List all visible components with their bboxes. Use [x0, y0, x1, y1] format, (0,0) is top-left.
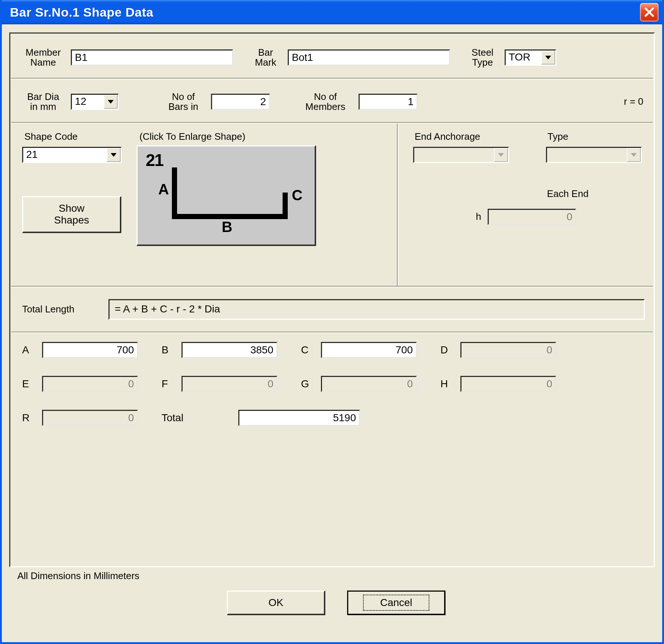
label-no-of-members: No of Members	[296, 92, 355, 112]
row-total-length: Total Length = A + B + C - r - 2 * Dia	[11, 287, 653, 332]
shape-code-combo[interactable]: 21	[22, 147, 122, 163]
shape-preview-button[interactable]: 21 A B C	[136, 145, 316, 246]
shape-leg-c: C	[292, 187, 302, 204]
shape-code-value: 21	[23, 148, 107, 162]
show-shapes-button[interactable]: Show Shapes	[22, 196, 121, 232]
label-bar-mark: Bar Mark	[247, 48, 284, 68]
chevron-down-icon	[111, 153, 117, 157]
label-R: R	[22, 412, 37, 424]
bar-dia-dropdown-button[interactable]	[104, 95, 118, 109]
row-shape-anchorage: Shape Code 21 Show Shapes (Click To Enla…	[11, 124, 653, 286]
label-G: G	[301, 378, 316, 390]
label-member-name: Member Name	[19, 48, 67, 68]
chevron-down-icon	[498, 153, 504, 157]
chevron-down-icon	[631, 153, 637, 157]
label-steel-type: Steel Type	[464, 48, 501, 68]
anchorage-type-combo	[546, 147, 642, 163]
chevron-down-icon	[108, 100, 114, 104]
row-member-info: Member Name Bar Mark Steel Type TOR	[11, 34, 653, 78]
shape-leg-a: A	[158, 181, 169, 198]
no-of-bars-field[interactable]	[211, 94, 270, 110]
h-field	[488, 209, 576, 225]
formula-display: = A + B + C - r - 2 * Dia	[108, 299, 645, 320]
label-enlarge-hint: (Click To Enlarge Shape)	[139, 132, 316, 142]
label-h: h	[476, 212, 481, 222]
label-each-end: Each End	[487, 189, 649, 199]
end-anchorage-dropdown-button	[494, 148, 508, 162]
dim-G-field	[321, 376, 417, 392]
shape-leg-b: B	[222, 219, 232, 235]
anchorage-type-dropdown-button	[627, 148, 641, 162]
bar-dia-value: 12	[72, 95, 104, 109]
dim-C-field[interactable]	[321, 342, 417, 358]
steel-type-combo[interactable]: TOR	[505, 49, 556, 66]
dialog-window: Bar Sr.No.1 Shape Data Member Name Bar M…	[0, 0, 664, 644]
footer: All Dimensions in Millimeters OK Cancel	[9, 567, 655, 615]
label-no-of-bars: No of Bars in	[159, 92, 207, 112]
no-of-members-field[interactable]	[359, 94, 418, 110]
close-icon	[644, 7, 654, 17]
label-B: B	[162, 344, 176, 356]
label-anchorage-type: Type	[547, 132, 642, 142]
chevron-down-icon	[545, 56, 551, 59]
label-end-anchorage: End Anchorage	[415, 132, 524, 142]
ok-button[interactable]: OK	[227, 591, 325, 615]
label-bar-dia: Bar Dia in mm	[19, 92, 67, 112]
end-anchorage-value	[414, 148, 494, 162]
member-name-field[interactable]	[71, 49, 233, 66]
dim-total-field[interactable]	[238, 410, 360, 426]
steel-type-dropdown-button[interactable]	[541, 51, 555, 65]
steel-type-value: TOR	[506, 51, 541, 65]
label-shape-code: Shape Code	[24, 132, 129, 142]
label-H: H	[440, 378, 455, 390]
bar-mark-field[interactable]	[288, 49, 450, 66]
window-title: Bar Sr.No.1 Shape Data	[10, 5, 153, 20]
shape-code-dropdown-button[interactable]	[107, 148, 121, 162]
dim-E-field	[42, 376, 138, 392]
label-total-length: Total Length	[22, 304, 100, 314]
label-C: C	[301, 344, 316, 356]
label-E: E	[22, 378, 37, 390]
label-dimensions-unit: All Dimensions in Millimeters	[17, 570, 655, 582]
shape-section: Shape Code 21 Show Shapes (Click To Enla…	[11, 124, 397, 286]
dim-A-field[interactable]	[42, 342, 138, 358]
title-bar[interactable]: Bar Sr.No.1 Shape Data	[2, 0, 662, 24]
client-area: Member Name Bar Mark Steel Type TOR Bar …	[2, 24, 662, 642]
end-anchorage-combo	[413, 147, 509, 163]
row-dimensions: A B C D E F	[11, 333, 653, 436]
main-panel: Member Name Bar Mark Steel Type TOR Bar …	[9, 32, 655, 567]
label-r-equals: r = 0	[624, 97, 643, 107]
anchorage-type-value	[547, 148, 627, 162]
label-D: D	[440, 344, 455, 356]
row-bar-params: Bar Dia in mm 12 No of Bars in No of Mem…	[11, 79, 653, 122]
dim-D-field	[460, 342, 556, 358]
dim-B-field[interactable]	[181, 342, 277, 358]
label-total: Total	[162, 412, 202, 424]
cancel-button[interactable]: Cancel	[347, 591, 445, 615]
dim-F-field	[181, 376, 277, 392]
dim-R-field	[42, 410, 138, 426]
label-F: F	[162, 378, 176, 390]
label-A: A	[22, 344, 37, 356]
dim-H-field	[460, 376, 556, 392]
close-button[interactable]	[640, 3, 658, 21]
anchorage-section: End Anchorage Type	[398, 124, 653, 286]
bar-dia-combo[interactable]: 12	[71, 94, 119, 110]
